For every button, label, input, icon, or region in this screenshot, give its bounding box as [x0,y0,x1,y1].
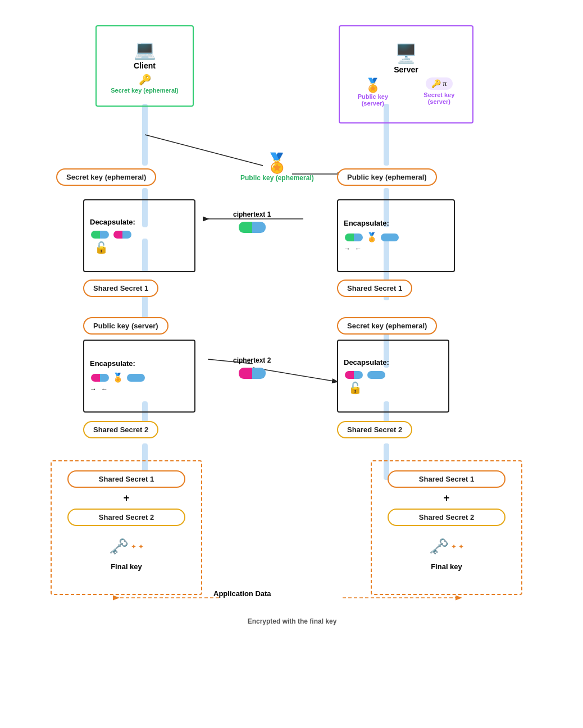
laptop-icon: 💻 [134,39,156,60]
public-key-server-left-label: Public key (server) [83,317,168,335]
capsule-pink-right [345,371,363,379]
ciphertext2-label: ciphertext 2 [233,356,271,364]
combo-ss1-left: Shared Secret 1 [67,470,186,488]
capsule-pink-left [91,374,109,382]
secret-key-ephemeral-left-pill: Secret key (ephemeral) [56,168,156,186]
combo-ss2-left: Shared Secret 2 [67,509,186,526]
public-key-ephemeral-right-label: Public key (ephemeral) [337,168,437,186]
lock-icon-left: 🔓 [94,241,108,254]
public-key-ephemeral-right-pill: Public key (ephemeral) [337,168,437,186]
client-secret-key-label: Secret key (ephemeral) [111,87,178,94]
key-sparkle-right: 🗝️ [429,537,449,556]
ss1-left-label: Shared Secret 1 [83,280,158,297]
ciphertext2-capsule [239,368,266,379]
public-key-server-icon: 🏅 [365,77,381,93]
public-key-ephemeral-label: Public key (ephemeral) [240,174,314,183]
key-sparkle-left: 🗝️ [109,537,129,556]
decapsulate-box-right: Decapsulate: 🔓 [337,340,449,413]
diagram-container: 💻 Client 🔑 Secret key (ephemeral) 🖥️ Ser… [0,0,583,728]
public-key-server-left-pill: Public key (server) [83,317,168,335]
key-icon-server: 🔑 [431,79,441,88]
cert-icon-encapsulate-right: 🏅 [366,232,377,242]
encapsulate-right-label: Encapsulate: [344,219,389,227]
ss2-left-label: Shared Secret 2 [83,421,158,438]
secret-key-ephemeral-left-label: Secret key (ephemeral) [56,168,156,186]
combo-ss1-right: Shared Secret 1 [388,470,506,488]
ss1-right-label: Shared Secret 1 [337,280,412,297]
ss2-right-label: Shared Secret 2 [337,421,412,438]
key-icon-client: 🔑 [139,74,151,86]
server-box: 🖥️ Server 🏅 Public key (server) 🔑 π Secr… [339,25,473,123]
final-key-left-label: Final key [111,562,142,571]
server-title: Server [394,65,418,74]
capsule-blue-left [113,231,131,239]
decapsulate-box-left: Decapsulate: 🔓 [83,199,195,272]
lock-icon-right: 🔓 [348,381,362,395]
capsule-blue-left2 [127,374,145,382]
pi-symbol-server: π [443,80,447,87]
plus-left: + [124,492,130,504]
decapsulate-left-label: Decapsulate: [90,218,135,226]
client-box: 💻 Client 🔑 Secret key (ephemeral) [95,25,194,107]
encapsulate-box-right: Encapsulate: 🏅 →← [337,199,455,272]
sparkle-right: ✦ ✦ [451,543,464,551]
ss1-left-pill: Shared Secret 1 [83,280,158,297]
final-key-right-label: Final key [431,562,462,571]
encapsulate-box-left: Encapsulate: 🏅 →← [83,340,195,413]
application-data-area: Application Data [213,589,271,598]
ss1-right-pill: Shared Secret 1 [337,280,412,297]
capsule-blue-right [381,233,399,241]
encapsulate-left-label: Encapsulate: [90,359,135,368]
ciphertext1-area: ciphertext 1 [233,210,271,233]
secret-key-ephemeral-right-pill: Secret key (ephemeral) [337,317,437,335]
capsule-blue-right2 [367,371,385,379]
secret-key-ephemeral-right-label: Secret key (ephemeral) [337,317,437,335]
application-data-label: Application Data [213,589,271,598]
plus-right: + [444,492,450,504]
arrow-symbols-right: →← [344,245,362,253]
capsule-green-left [91,231,109,239]
encrypted-label: Encrypted with the final key [213,617,371,625]
sparkle-left: ✦ ✦ [131,543,144,551]
cert-icon-encapsulate-left: 🏅 [112,372,124,383]
arrow-symbols-left: →← [90,385,108,393]
combo-ss2-right: Shared Secret 2 [388,509,506,526]
combo-box-right: Shared Secret 1 + Shared Secret 2 🗝️ ✦ ✦… [371,460,522,595]
capsule-green-right [345,233,363,241]
client-title: Client [134,61,156,70]
server-icon: 🖥️ [395,43,417,64]
ss2-right-pill: Shared Secret 2 [337,421,412,438]
ss2-left-pill: Shared Secret 2 [83,421,158,438]
ciphertext1-capsule [239,222,266,233]
decapsulate-right-label: Decapsulate: [344,358,389,367]
ciphertext1-label: ciphertext 1 [233,210,271,218]
ciphertext2-area: ciphertext 2 [233,356,271,379]
public-key-ephemeral-area: 🏅 Public key (ephemeral) [240,152,314,183]
server-public-key-label: Public key (server) [345,93,400,107]
server-secret-key-label: Secret key (server) [412,91,467,105]
cert-icon-ephemeral: 🏅 [265,152,289,174]
svg-rect-0 [142,104,148,166]
combo-box-left: Shared Secret 1 + Shared Secret 2 🗝️ ✦ ✦… [51,460,202,595]
